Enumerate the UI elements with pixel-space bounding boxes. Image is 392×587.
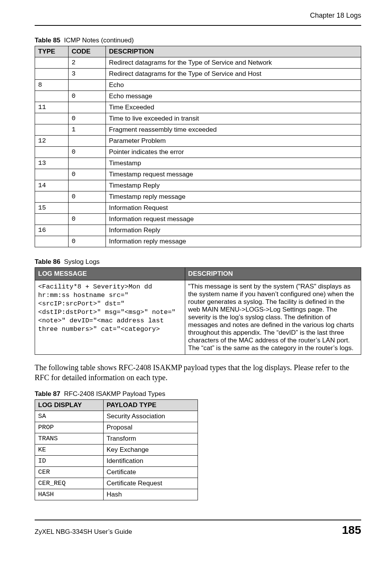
cell-payload: Certificate Request: [103, 478, 198, 489]
cell-type: [35, 57, 69, 69]
cell-display: CER_REQ: [35, 478, 104, 489]
page: Chapter 18 Logs Table 85 ICMP Notes (con…: [0, 0, 392, 548]
cell-display: HASH: [35, 489, 104, 500]
cell-type: [35, 214, 69, 225]
cell-type: [35, 69, 69, 80]
table-row: 0Timestamp reply message: [35, 191, 361, 203]
table-row: 15Information Request: [35, 203, 361, 214]
cell-desc: Redirect datagrams for the Type of Servi…: [106, 69, 361, 80]
table-row: KEKey Exchange: [35, 444, 198, 456]
table87: LOG DISPLAY PAYLOAD TYPE SASecurity Asso…: [35, 399, 198, 500]
cell-desc: Redirect datagrams for the Type of Servi…: [106, 57, 361, 69]
cell-code: 2: [69, 57, 106, 69]
cell-type: 16: [35, 225, 69, 236]
cell-desc: Information request message: [106, 214, 361, 225]
table-row: SASecurity Association: [35, 411, 198, 422]
cell-desc: Information reply message: [106, 236, 361, 247]
cell-code: 0: [69, 169, 106, 180]
cell-desc: Timestamp Reply: [106, 180, 361, 191]
cell-display: PROP: [35, 422, 104, 433]
table87-number: Table 87: [35, 390, 60, 397]
table-row: 16Information Reply: [35, 225, 361, 236]
cell-display: TRANS: [35, 433, 104, 444]
table-row: 0Time to live exceeded in transit: [35, 113, 361, 124]
cell-desc: Information Reply: [106, 225, 361, 236]
table86-title: Syslog Logs: [64, 258, 100, 265]
table-row: IDIdentification: [35, 456, 198, 467]
table-row: TRANSTransform: [35, 433, 198, 444]
cell-desc: Time Exceeded: [106, 102, 361, 113]
cell-desc: Timestamp reply message: [106, 191, 361, 203]
cell-desc: Pointer indicates the error: [106, 147, 361, 158]
cell-code: [69, 158, 106, 169]
table-row: CERCertificate: [35, 467, 198, 478]
cell-log-message: <Facility*8 + Severity>Mon dd hr:mm:ss h…: [35, 280, 185, 355]
cell-code: 0: [69, 191, 106, 203]
table-row: 13Timestamp: [35, 158, 361, 169]
cell-code: [69, 203, 106, 214]
footer-guide-title: ZyXEL NBG-334SH User’s Guide: [35, 528, 132, 536]
table86-number: Table 86: [35, 258, 60, 265]
footer-page-number: 185: [342, 523, 361, 537]
table-row: <Facility*8 + Severity>Mon dd hr:mm:ss h…: [35, 280, 361, 355]
cell-desc: Echo message: [106, 91, 361, 102]
cell-display: ID: [35, 456, 104, 467]
cell-code: 0: [69, 91, 106, 102]
cell-payload: Transform: [103, 433, 198, 444]
table85-header-type: TYPE: [35, 46, 69, 57]
table87-caption: Table 87 RFC-2408 ISAKMP Payload Types: [35, 390, 361, 398]
table-row: 11Time Exceeded: [35, 102, 361, 113]
cell-code: [69, 80, 106, 91]
cell-code: [69, 180, 106, 191]
table87-header-display: LOG DISPLAY: [35, 400, 104, 411]
cell-code: 0: [69, 236, 106, 247]
cell-payload: Identification: [103, 456, 198, 467]
table85-number: Table 85: [35, 37, 60, 44]
table86-header-desc: DESCRIPTION: [185, 268, 361, 280]
cell-type: [35, 191, 69, 203]
cell-code: 0: [69, 214, 106, 225]
table-row: 1Fragment reassembly time exceeded: [35, 124, 361, 136]
cell-type: 8: [35, 80, 69, 91]
cell-code: 3: [69, 69, 106, 80]
cell-type: [35, 91, 69, 102]
cell-desc: Echo: [106, 80, 361, 91]
cell-code: 1: [69, 124, 106, 136]
cell-type: [35, 236, 69, 247]
table-row: CER_REQCertificate Request: [35, 478, 198, 489]
cell-type: 15: [35, 203, 69, 214]
table87-header-row: LOG DISPLAY PAYLOAD TYPE: [35, 400, 198, 411]
cell-type: 13: [35, 158, 69, 169]
table-row: HASHHash: [35, 489, 198, 500]
table86-header-log: LOG MESSAGE: [35, 268, 185, 280]
cell-payload: Key Exchange: [103, 444, 198, 456]
cell-display: CER: [35, 467, 104, 478]
table85-header-row: TYPE CODE DESCRIPTION: [35, 46, 361, 57]
cell-display: SA: [35, 411, 104, 422]
table-row: 0Information request message: [35, 214, 361, 225]
table85-caption: Table 85 ICMP Notes (continued): [35, 37, 361, 44]
table85-header-desc: DESCRIPTION: [106, 46, 361, 57]
cell-desc: Fragment reassembly time exceeded: [106, 124, 361, 136]
cell-desc: Information Request: [106, 203, 361, 214]
table85-title: ICMP Notes (continued): [64, 37, 134, 44]
table-row: PROPProposal: [35, 422, 198, 433]
body-paragraph: The following table shows RFC-2408 ISAKM…: [35, 362, 361, 382]
cell-payload: Hash: [103, 489, 198, 500]
cell-desc: Time to live exceeded in transit: [106, 113, 361, 124]
cell-display: KE: [35, 444, 104, 456]
cell-type: [35, 147, 69, 158]
header-rule: [35, 25, 361, 26]
table-row: 0Information reply message: [35, 236, 361, 247]
cell-payload: Proposal: [103, 422, 198, 433]
cell-code: [69, 225, 106, 236]
cell-type: [35, 169, 69, 180]
table-row: 2Redirect datagrams for the Type of Serv…: [35, 57, 361, 69]
table87-header-payload: PAYLOAD TYPE: [103, 400, 198, 411]
cell-type: 12: [35, 136, 69, 147]
table86-header-row: LOG MESSAGE DESCRIPTION: [35, 268, 361, 280]
table85: TYPE CODE DESCRIPTION 2Redirect datagram…: [35, 46, 361, 247]
table-row: 0Pointer indicates the error: [35, 147, 361, 158]
cell-type: [35, 124, 69, 136]
cell-desc: Timestamp request message: [106, 169, 361, 180]
